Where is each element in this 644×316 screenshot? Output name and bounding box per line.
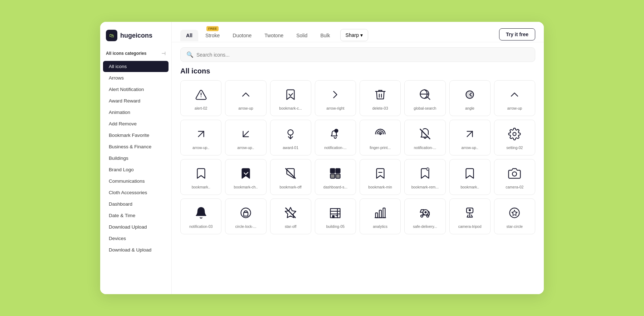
icon-label-8: arrow-up.. (184, 145, 218, 150)
icon-card-0[interactable]: alert-02 (180, 80, 221, 116)
icon-label-13: notification-... (408, 145, 442, 150)
icon-svg-15 (508, 128, 521, 142)
icon-svg-27 (329, 206, 342, 221)
icon-svg-10 (284, 128, 297, 142)
section-title: All icons (172, 67, 544, 80)
svg-marker-40 (512, 210, 517, 216)
icon-card-31[interactable]: star-circle (494, 198, 535, 234)
tab-stroke[interactable]: FREEStroke (200, 30, 225, 41)
icon-card-4[interactable]: delete-03 (360, 80, 401, 116)
icon-card-2[interactable]: bookmark-c... (270, 80, 311, 116)
tab-solid[interactable]: Solid (291, 30, 313, 41)
search-input[interactable] (196, 52, 529, 58)
icon-svg-7 (508, 88, 521, 102)
sidebar-item-15[interactable]: Devices (103, 233, 169, 244)
icon-label-23: camera-02 (497, 185, 532, 189)
search-bar: 🔍 (180, 47, 535, 62)
sidebar-item-10[interactable]: Communications (103, 176, 169, 187)
icon-card-8[interactable]: arrow-up.. (180, 120, 221, 155)
svg-rect-13 (336, 169, 340, 173)
tab-twotone[interactable]: Twotone (259, 30, 289, 41)
svg-point-32 (426, 215, 429, 217)
svg-rect-27 (379, 210, 381, 218)
tab-duotone[interactable]: Duotone (227, 30, 257, 41)
icon-card-30[interactable]: camera-tripod (449, 198, 491, 234)
icon-card-19[interactable]: dashboard-s... (315, 159, 356, 195)
icon-svg-26 (284, 206, 297, 221)
try-free-button[interactable]: Try it free (499, 28, 535, 40)
icon-label-4: delete-03 (363, 106, 397, 110)
icon-label-26: star-off (273, 224, 308, 229)
sidebar-item-14[interactable]: Download Upload (103, 221, 169, 233)
sidebar-item-16[interactable]: Download & Upload (103, 244, 169, 255)
icon-card-24[interactable]: notification-03 (180, 198, 221, 234)
icon-card-7[interactable]: arrow-up (494, 80, 535, 116)
icon-label-2: bookmark-c... (273, 106, 308, 110)
tabs-container: AllFREEStrokeDuotoneTwotoneSolidBulkShar… (180, 29, 368, 41)
icon-card-10[interactable]: award-01 (270, 120, 311, 155)
icon-card-3[interactable]: arrow-right (315, 80, 356, 116)
sidebar-item-2[interactable]: Alert Notification (103, 84, 169, 95)
icon-svg-16 (195, 167, 208, 181)
icon-card-21[interactable]: bookmark-rem... (404, 159, 445, 195)
sidebar-item-4[interactable]: Animation (103, 107, 169, 118)
icon-svg-28 (374, 206, 387, 221)
icon-svg-5 (419, 88, 431, 102)
icon-card-20[interactable]: bookmark-min (360, 159, 401, 195)
svg-point-20 (512, 172, 517, 176)
icon-svg-21 (419, 167, 431, 181)
sidebar-item-13[interactable]: Date & Time (103, 210, 169, 221)
sidebar-item-1[interactable]: Arrows (103, 72, 169, 83)
sidebar-item-3[interactable]: Award Reward (103, 95, 169, 106)
icon-svg-8 (195, 128, 208, 142)
svg-line-9 (467, 131, 473, 137)
icon-card-29[interactable]: safe-delivery... (404, 198, 445, 234)
icon-svg-17 (239, 167, 252, 181)
sidebar-item-9[interactable]: Brand Logo (103, 164, 169, 175)
icon-svg-9 (239, 128, 252, 142)
tab-all[interactable]: All (180, 30, 198, 41)
sidebar-item-7[interactable]: Business & Finance (103, 141, 169, 152)
sidebar-item-6[interactable]: Bookmark Favorite (103, 130, 169, 141)
icon-card-17[interactable]: bookmark-ch.. (225, 159, 266, 195)
icon-card-26[interactable]: star-off (270, 198, 311, 234)
sidebar-item-12[interactable]: Dashboard (103, 198, 169, 210)
icon-svg-0 (195, 88, 208, 102)
icon-card-18[interactable]: bookmark-off (270, 159, 311, 195)
svg-rect-12 (331, 169, 335, 173)
icon-label-25: circle-lock-... (228, 224, 263, 229)
sidebar-item-5[interactable]: Add Remove (103, 118, 169, 129)
svg-rect-15 (336, 174, 340, 178)
sidebar-item-11[interactable]: Cloth Accessories (103, 187, 169, 198)
sidebar-item-8[interactable]: Buildings (103, 153, 169, 164)
icon-card-1[interactable]: arrow-up (225, 80, 266, 116)
icon-card-6[interactable]: angle (449, 80, 491, 116)
logo-icon: 🛍 (106, 30, 117, 41)
icon-label-24: notification-03 (184, 224, 218, 229)
icons-grid-container: alert-02arrow-upbookmark-c...arrow-right… (172, 80, 544, 294)
icon-card-13[interactable]: notification-... (404, 120, 445, 155)
svg-line-3 (198, 131, 204, 137)
svg-rect-14 (331, 174, 335, 178)
icon-card-27[interactable]: building-05 (315, 198, 356, 234)
icon-card-16[interactable]: bookmark.. (180, 159, 221, 195)
icon-card-22[interactable]: bookmark.. (449, 159, 491, 195)
icon-card-11[interactable]: notification-... (315, 120, 356, 155)
icon-label-20: bookmark-min (363, 185, 397, 189)
svg-rect-24 (331, 209, 340, 218)
icon-card-12[interactable]: finger-print... (360, 120, 401, 155)
icon-card-25[interactable]: circle-lock-... (225, 198, 266, 234)
icon-card-23[interactable]: camera-02 (494, 159, 535, 195)
tab-bulk[interactable]: Bulk (314, 30, 336, 41)
icon-svg-23 (508, 167, 521, 181)
icon-card-28[interactable]: analytics (360, 198, 401, 234)
icons-grid: alert-02arrow-upbookmark-c...arrow-right… (180, 80, 535, 234)
icon-card-5[interactable]: global-search (404, 80, 445, 116)
icon-label-29: safe-delivery... (408, 224, 442, 229)
sharp-dropdown-button[interactable]: Sharp▾ (340, 29, 368, 41)
icon-card-15[interactable]: setting-02 (494, 120, 535, 155)
sidebar-item-0[interactable]: All icons (103, 61, 169, 72)
icon-card-9[interactable]: arrow-up.. (225, 120, 266, 155)
icon-card-14[interactable]: arrow-up.. (449, 120, 491, 155)
collapse-icon[interactable]: ⊣ (161, 51, 166, 56)
